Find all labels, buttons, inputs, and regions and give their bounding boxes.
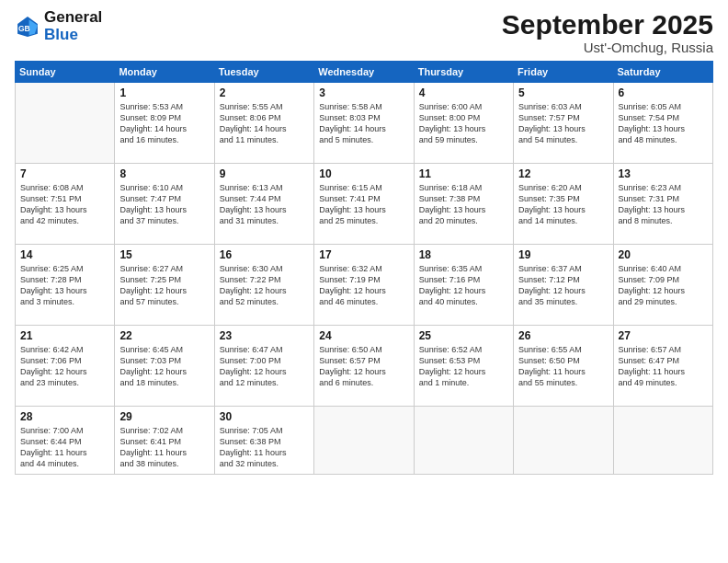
day-number: 12	[518, 167, 608, 180]
calendar-day-cell: 9Sunrise: 6:13 AMSunset: 7:44 PMDaylight…	[214, 164, 313, 245]
day-number: 4	[419, 86, 508, 99]
day-number: 20	[619, 248, 708, 261]
header: GB General Blue September 2025 Ust'-Omch…	[15, 9, 713, 55]
day-number: 11	[419, 167, 508, 180]
day-number: 29	[119, 410, 209, 423]
calendar-day-cell	[514, 407, 613, 475]
day-info: Sunrise: 6:13 AMSunset: 7:44 PMDaylight:…	[220, 182, 309, 227]
day-number: 19	[518, 248, 608, 261]
day-info: Sunrise: 6:45 AMSunset: 7:03 PMDaylight:…	[119, 344, 209, 389]
calendar-day-cell: 10Sunrise: 6:15 AMSunset: 7:41 PMDayligh…	[314, 164, 414, 245]
day-number: 28	[20, 410, 109, 423]
calendar-week-row: 21Sunrise: 6:42 AMSunset: 7:06 PMDayligh…	[16, 326, 713, 407]
day-info: Sunrise: 6:32 AMSunset: 7:19 PMDaylight:…	[319, 263, 408, 308]
day-of-week-header: Thursday	[414, 62, 513, 83]
calendar-day-cell: 13Sunrise: 6:23 AMSunset: 7:31 PMDayligh…	[613, 164, 712, 245]
day-number: 3	[319, 86, 408, 99]
day-info: Sunrise: 6:27 AMSunset: 7:25 PMDaylight:…	[119, 263, 209, 308]
calendar-week-row: 28Sunrise: 7:00 AMSunset: 6:44 PMDayligh…	[16, 407, 713, 475]
day-info: Sunrise: 6:35 AMSunset: 7:16 PMDaylight:…	[419, 263, 508, 308]
calendar-header-row: SundayMondayTuesdayWednesdayThursdayFrid…	[16, 62, 713, 83]
day-info: Sunrise: 6:55 AMSunset: 6:50 PMDaylight:…	[518, 344, 608, 389]
calendar-day-cell: 15Sunrise: 6:27 AMSunset: 7:25 PMDayligh…	[115, 245, 214, 326]
day-info: Sunrise: 6:00 AMSunset: 8:00 PMDaylight:…	[419, 101, 508, 146]
calendar-day-cell: 18Sunrise: 6:35 AMSunset: 7:16 PMDayligh…	[414, 245, 513, 326]
calendar-day-cell: 24Sunrise: 6:50 AMSunset: 6:57 PMDayligh…	[314, 326, 414, 407]
location: Ust'-Omchug, Russia	[502, 40, 713, 55]
day-number: 18	[419, 248, 508, 261]
day-number: 15	[119, 248, 209, 261]
day-info: Sunrise: 6:23 AMSunset: 7:31 PMDaylight:…	[619, 182, 708, 227]
logo-text: General Blue	[44, 9, 102, 43]
day-number: 10	[319, 167, 408, 180]
day-info: Sunrise: 6:10 AMSunset: 7:47 PMDaylight:…	[119, 182, 209, 227]
calendar-day-cell: 29Sunrise: 7:02 AMSunset: 6:41 PMDayligh…	[115, 407, 214, 475]
day-number: 23	[220, 329, 309, 342]
calendar-day-cell: 2Sunrise: 5:55 AMSunset: 8:06 PMDaylight…	[214, 83, 313, 164]
calendar-day-cell: 30Sunrise: 7:05 AMSunset: 6:38 PMDayligh…	[214, 407, 313, 475]
day-info: Sunrise: 6:40 AMSunset: 7:09 PMDaylight:…	[619, 263, 708, 308]
calendar-day-cell: 12Sunrise: 6:20 AMSunset: 7:35 PMDayligh…	[514, 164, 613, 245]
calendar-day-cell: 25Sunrise: 6:52 AMSunset: 6:53 PMDayligh…	[414, 326, 513, 407]
day-info: Sunrise: 7:02 AMSunset: 6:41 PMDaylight:…	[119, 425, 209, 470]
logo-icon: GB	[15, 14, 40, 40]
calendar-day-cell: 7Sunrise: 6:08 AMSunset: 7:51 PMDaylight…	[16, 164, 115, 245]
calendar-week-row: 14Sunrise: 6:25 AMSunset: 7:28 PMDayligh…	[16, 245, 713, 326]
calendar-day-cell: 3Sunrise: 5:58 AMSunset: 8:03 PMDaylight…	[314, 83, 414, 164]
day-number: 24	[319, 329, 408, 342]
day-number: 22	[119, 329, 209, 342]
day-number: 5	[518, 86, 608, 99]
day-info: Sunrise: 6:52 AMSunset: 6:53 PMDaylight:…	[419, 344, 508, 389]
day-info: Sunrise: 6:25 AMSunset: 7:28 PMDaylight:…	[20, 263, 109, 308]
day-info: Sunrise: 6:05 AMSunset: 7:54 PMDaylight:…	[619, 101, 708, 146]
day-number: 8	[119, 167, 209, 180]
day-number: 30	[220, 410, 309, 423]
day-info: Sunrise: 5:58 AMSunset: 8:03 PMDaylight:…	[319, 101, 408, 146]
calendar-day-cell: 6Sunrise: 6:05 AMSunset: 7:54 PMDaylight…	[613, 83, 712, 164]
day-number: 26	[518, 329, 608, 342]
calendar-day-cell: 8Sunrise: 6:10 AMSunset: 7:47 PMDaylight…	[115, 164, 214, 245]
day-info: Sunrise: 5:53 AMSunset: 8:09 PMDaylight:…	[119, 101, 209, 146]
calendar-day-cell: 1Sunrise: 5:53 AMSunset: 8:09 PMDaylight…	[115, 83, 214, 164]
calendar-day-cell: 16Sunrise: 6:30 AMSunset: 7:22 PMDayligh…	[214, 245, 313, 326]
month-title: September 2025	[502, 9, 713, 40]
day-number: 2	[220, 86, 309, 99]
day-number: 27	[619, 329, 708, 342]
calendar-day-cell: 21Sunrise: 6:42 AMSunset: 7:06 PMDayligh…	[16, 326, 115, 407]
day-number: 6	[619, 86, 708, 99]
day-number: 13	[619, 167, 708, 180]
title-block: September 2025 Ust'-Omchug, Russia	[502, 9, 713, 55]
calendar-day-cell: 4Sunrise: 6:00 AMSunset: 8:00 PMDaylight…	[414, 83, 513, 164]
day-number: 1	[119, 86, 209, 99]
day-of-week-header: Sunday	[16, 62, 115, 83]
day-info: Sunrise: 5:55 AMSunset: 8:06 PMDaylight:…	[220, 101, 309, 146]
calendar-day-cell	[613, 407, 712, 475]
day-of-week-header: Monday	[115, 62, 214, 83]
day-number: 17	[319, 248, 408, 261]
day-of-week-header: Saturday	[613, 62, 712, 83]
day-number: 14	[20, 248, 109, 261]
day-of-week-header: Tuesday	[214, 62, 313, 83]
day-info: Sunrise: 6:20 AMSunset: 7:35 PMDaylight:…	[518, 182, 608, 227]
day-number: 9	[220, 167, 309, 180]
calendar-day-cell	[16, 83, 115, 164]
day-info: Sunrise: 6:57 AMSunset: 6:47 PMDaylight:…	[619, 344, 708, 389]
day-number: 16	[220, 248, 309, 261]
calendar-week-row: 7Sunrise: 6:08 AMSunset: 7:51 PMDaylight…	[16, 164, 713, 245]
day-info: Sunrise: 6:03 AMSunset: 7:57 PMDaylight:…	[518, 101, 608, 146]
calendar-day-cell	[314, 407, 414, 475]
calendar-day-cell: 19Sunrise: 6:37 AMSunset: 7:12 PMDayligh…	[514, 245, 613, 326]
calendar-day-cell: 20Sunrise: 6:40 AMSunset: 7:09 PMDayligh…	[613, 245, 712, 326]
day-number: 25	[419, 329, 508, 342]
calendar-day-cell: 22Sunrise: 6:45 AMSunset: 7:03 PMDayligh…	[115, 326, 214, 407]
day-info: Sunrise: 6:08 AMSunset: 7:51 PMDaylight:…	[20, 182, 109, 227]
calendar-day-cell: 23Sunrise: 6:47 AMSunset: 7:00 PMDayligh…	[214, 326, 313, 407]
calendar-day-cell: 11Sunrise: 6:18 AMSunset: 7:38 PMDayligh…	[414, 164, 513, 245]
calendar-day-cell: 17Sunrise: 6:32 AMSunset: 7:19 PMDayligh…	[314, 245, 414, 326]
day-info: Sunrise: 6:15 AMSunset: 7:41 PMDaylight:…	[319, 182, 408, 227]
calendar-day-cell: 14Sunrise: 6:25 AMSunset: 7:28 PMDayligh…	[16, 245, 115, 326]
svg-text:GB: GB	[18, 23, 30, 32]
day-info: Sunrise: 6:50 AMSunset: 6:57 PMDaylight:…	[319, 344, 408, 389]
day-info: Sunrise: 6:37 AMSunset: 7:12 PMDaylight:…	[518, 263, 608, 308]
day-of-week-header: Friday	[514, 62, 613, 83]
